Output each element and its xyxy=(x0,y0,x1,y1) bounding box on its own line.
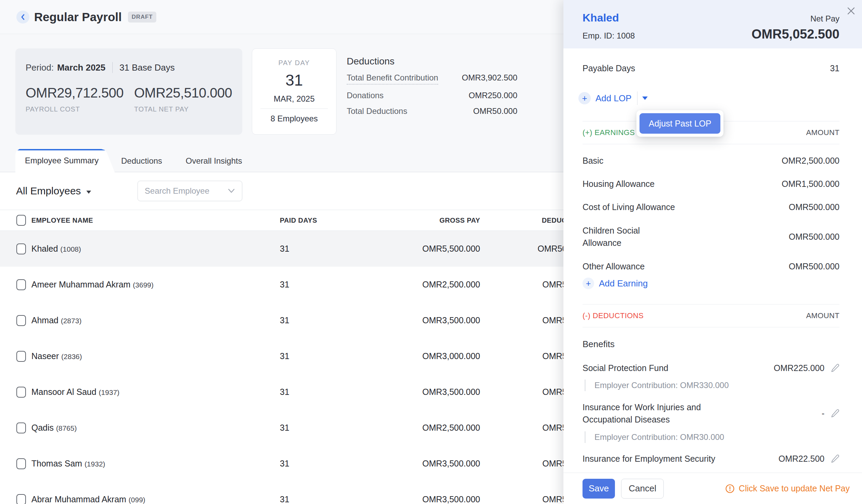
employee-filter-dropdown[interactable]: All Employees xyxy=(16,185,91,197)
deductions-header-label: (-) DEDUCTIONS xyxy=(583,311,644,320)
deduction-value: OMR3,902.500 xyxy=(462,73,517,82)
row-checkbox[interactable] xyxy=(16,387,26,398)
drawer-employee-name[interactable]: Khaled xyxy=(583,12,619,24)
payroll-cost-label: PAYROLL COST xyxy=(26,105,134,113)
deductions-section-header: (-) DEDUCTIONS AMOUNT xyxy=(583,304,839,327)
earning-row: Housing Allowance OMR1,500.000 xyxy=(583,172,839,195)
search-employee-select[interactable]: Search Employee xyxy=(138,181,242,201)
period-label: Period: xyxy=(26,63,54,73)
employee-name[interactable]: Qadis xyxy=(31,423,54,433)
earning-label: Housing Allowance xyxy=(583,180,654,188)
earning-label: Other Allowance xyxy=(583,262,645,271)
edit-icon[interactable] xyxy=(831,409,839,418)
cancel-button[interactable]: Cancel xyxy=(621,479,664,499)
employee-name[interactable]: Abrar Muhammad Akram xyxy=(31,494,126,504)
add-earning-button[interactable]: Add Earning xyxy=(599,278,648,289)
payable-days-value: 31 xyxy=(830,63,839,73)
drawer-header: Khaled Net Pay Emp. ID: 1008 OMR5,052.50… xyxy=(563,0,862,49)
employee-id: (2836) xyxy=(62,353,82,360)
benefit-label: Social Protection Fund xyxy=(583,363,668,372)
close-icon xyxy=(847,6,856,15)
employee-id-label: Emp. ID: 1008 xyxy=(583,31,635,41)
paid-days-value: 31 xyxy=(280,494,382,504)
select-all-checkbox[interactable] xyxy=(16,215,26,226)
save-warning: Click Save to update Net Pay xyxy=(725,483,850,493)
employee-name[interactable]: Naseer xyxy=(31,351,59,361)
divider xyxy=(260,108,328,109)
gross-pay-value: OMR2,500.000 xyxy=(382,280,480,290)
drawer-body: Payable Days 31 + Add LOP Adjust Past LO… xyxy=(563,49,862,473)
employee-id: (8765) xyxy=(56,424,77,432)
close-button[interactable] xyxy=(845,5,857,17)
paid-days-value: 31 xyxy=(280,351,382,361)
benefit-item: Social Protection Fund OMR225.000 Employ… xyxy=(583,356,839,391)
paid-days-value: 31 xyxy=(280,423,382,433)
amount-header-label: AMOUNT xyxy=(806,311,839,320)
tab-overall-insights[interactable]: Overall Insights xyxy=(186,150,242,172)
paid-days-value: 31 xyxy=(280,387,382,397)
earning-row: Other Allowance OMR500.000 xyxy=(583,255,839,278)
benefit-label: Insurance for Work Injuries andOccupatio… xyxy=(583,401,701,426)
benefits-title: Benefits xyxy=(583,339,839,349)
total-net-pay-value: OMR25,510.000 xyxy=(134,85,232,101)
deduction-value: OMR50.000 xyxy=(473,106,517,116)
add-lop-dropdown-toggle[interactable] xyxy=(642,96,648,100)
add-lop-button[interactable]: Add LOP xyxy=(596,93,632,104)
row-checkbox[interactable] xyxy=(16,315,26,326)
employee-name[interactable]: Khaled xyxy=(31,244,58,253)
deduction-summary-row: Total Benefit Contribution OMR3,902.500 xyxy=(347,73,517,84)
earning-row: Children SocialAllowance OMR500.000 xyxy=(583,218,839,255)
back-button[interactable] xyxy=(16,11,29,24)
deduction-label: Donations xyxy=(347,91,383,100)
payday-card: PAY DAY 31 MAR, 2025 8 Employees xyxy=(252,49,337,135)
paid-days-value: 31 xyxy=(280,459,382,468)
gross-pay-value: OMR3,000.000 xyxy=(382,351,480,361)
earning-value: OMR500.000 xyxy=(789,202,839,211)
row-checkbox[interactable] xyxy=(16,243,26,254)
row-checkbox[interactable] xyxy=(16,351,26,362)
benefits-list: Social Protection Fund OMR225.000 Employ… xyxy=(583,349,839,470)
edit-icon[interactable] xyxy=(831,454,839,463)
paid-days-value: 31 xyxy=(280,244,382,254)
payday-month: MAR, 2025 xyxy=(252,94,336,104)
chevron-down-icon xyxy=(227,189,235,193)
tab-deductions[interactable]: Deductions xyxy=(121,150,162,172)
earning-label: Basic xyxy=(583,156,603,165)
row-checkbox[interactable] xyxy=(16,279,26,290)
employee-id: (1937) xyxy=(99,388,119,396)
earning-label: Cost of Living Allowance xyxy=(583,202,675,211)
save-button[interactable]: Save xyxy=(583,479,615,499)
employee-name[interactable]: Thomas Sam xyxy=(31,459,82,468)
divider xyxy=(637,91,638,105)
payday-label: PAY DAY xyxy=(252,59,336,67)
deductions-summary: Deductions Total Benefit Contribution OM… xyxy=(347,49,517,135)
edit-icon[interactable] xyxy=(831,363,839,372)
tab-employee-summary[interactable]: Employee Summary xyxy=(15,149,125,172)
row-checkbox[interactable] xyxy=(16,423,26,434)
save-warning-text: Click Save to update Net Pay xyxy=(739,483,850,493)
search-placeholder: Search Employee xyxy=(145,186,209,196)
payroll-cost-value: OMR29,712.500 xyxy=(26,85,134,101)
employee-name[interactable]: Mansoor Al Saud xyxy=(31,387,96,397)
earnings-list: Basic OMR2,500.000 Housing Allowance OMR… xyxy=(583,144,839,278)
row-checkbox[interactable] xyxy=(16,458,26,469)
earnings-header-label: (+) EARNINGS xyxy=(583,128,635,137)
caret-down-icon xyxy=(86,190,91,194)
deduction-label: Total Benefit Contribution xyxy=(347,73,438,84)
payday-employees: 8 Employees xyxy=(252,114,336,123)
alert-icon xyxy=(725,484,735,493)
adjust-past-lop-button[interactable]: Adjust Past LOP xyxy=(640,113,720,134)
gross-pay-value: OMR2,500.000 xyxy=(382,423,480,433)
earning-value: OMR500.000 xyxy=(789,262,839,271)
add-lop-popup: Adjust Past LOP xyxy=(637,110,723,137)
earning-row: Cost of Living Allowance OMR500.000 xyxy=(583,195,839,218)
payday-day: 31 xyxy=(252,71,336,89)
row-checkbox[interactable] xyxy=(16,494,26,504)
deduction-summary-row: Total Deductions OMR50.000 xyxy=(347,106,517,116)
employee-name[interactable]: Ahmad xyxy=(31,315,58,325)
earning-label: Children SocialAllowance xyxy=(583,224,640,249)
paid-days-value: 31 xyxy=(280,315,382,325)
benefit-item: Insurance for Work Injuries andOccupatio… xyxy=(583,395,839,443)
employee-name[interactable]: Ameer Muhammad Akram xyxy=(31,280,130,289)
deductions-title: Deductions xyxy=(347,56,517,67)
